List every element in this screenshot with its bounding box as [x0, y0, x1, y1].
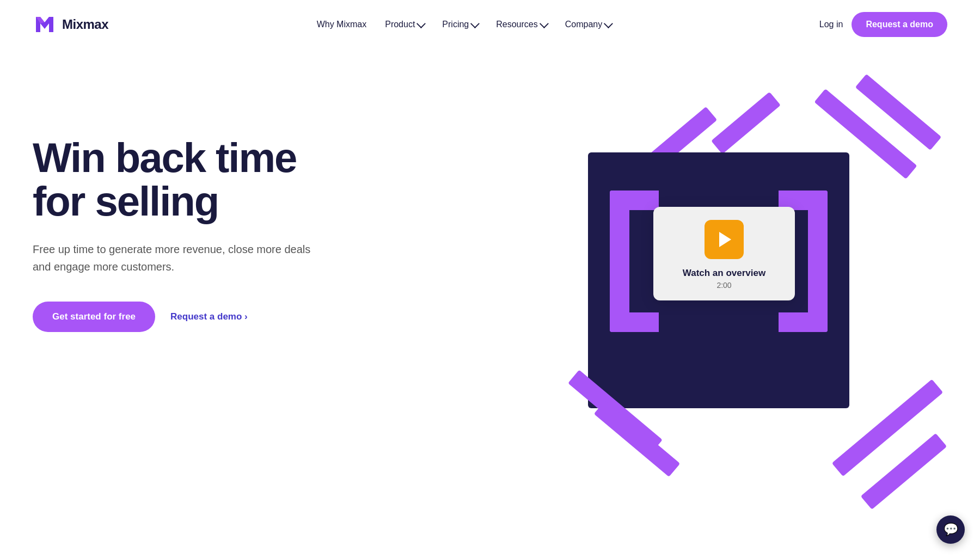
hero-subtitle: Free up time to generate more revenue, c…: [33, 241, 316, 275]
nav-right: Log in Request a demo: [819, 12, 947, 37]
nav-product[interactable]: Product: [377, 15, 431, 34]
pricing-chevron-icon: [470, 19, 480, 28]
request-demo-nav-button[interactable]: Request a demo: [852, 12, 947, 37]
hero-section: Win back time for selling Free up time t…: [0, 49, 980, 539]
nav-resources[interactable]: Resources: [488, 15, 554, 34]
get-started-button[interactable]: Get started for free: [33, 302, 155, 332]
video-duration: 2:00: [716, 281, 731, 290]
chat-button[interactable]: 💬: [936, 515, 965, 544]
logo-text: Mixmax: [62, 17, 108, 32]
resources-chevron-icon: [540, 19, 549, 28]
play-button[interactable]: [705, 220, 744, 259]
hero-title: Win back time for selling: [33, 136, 316, 223]
hero-cta: Get started for free Request a demo ›: [33, 302, 316, 332]
company-chevron-icon: [604, 19, 613, 28]
nav-pricing[interactable]: Pricing: [434, 15, 485, 34]
logo-link[interactable]: Mixmax: [33, 13, 108, 36]
nav-links: Why Mixmax Product Pricing Resources Com…: [309, 15, 619, 34]
video-title: Watch an overview: [683, 268, 765, 279]
navbar: Mixmax Why Mixmax Product Pricing Resour…: [0, 0, 980, 49]
mixmax-logo-icon: [33, 13, 57, 36]
bracket-left: [610, 191, 659, 332]
login-link[interactable]: Log in: [819, 20, 843, 29]
product-chevron-icon: [416, 19, 426, 28]
chat-icon: 💬: [944, 523, 958, 537]
nav-why-mixmax[interactable]: Why Mixmax: [309, 15, 375, 34]
nav-company[interactable]: Company: [558, 15, 618, 34]
request-demo-hero-link[interactable]: Request a demo ›: [170, 311, 248, 322]
hero-left: Win back time for selling Free up time t…: [33, 93, 316, 332]
play-icon: [719, 232, 731, 247]
decoration-bar-bl2: [594, 401, 680, 477]
decoration-bar-tl2: [711, 92, 781, 155]
hero-illustration: Watch an overview 2:00: [534, 82, 947, 506]
video-card[interactable]: Watch an overview 2:00: [653, 207, 795, 300]
